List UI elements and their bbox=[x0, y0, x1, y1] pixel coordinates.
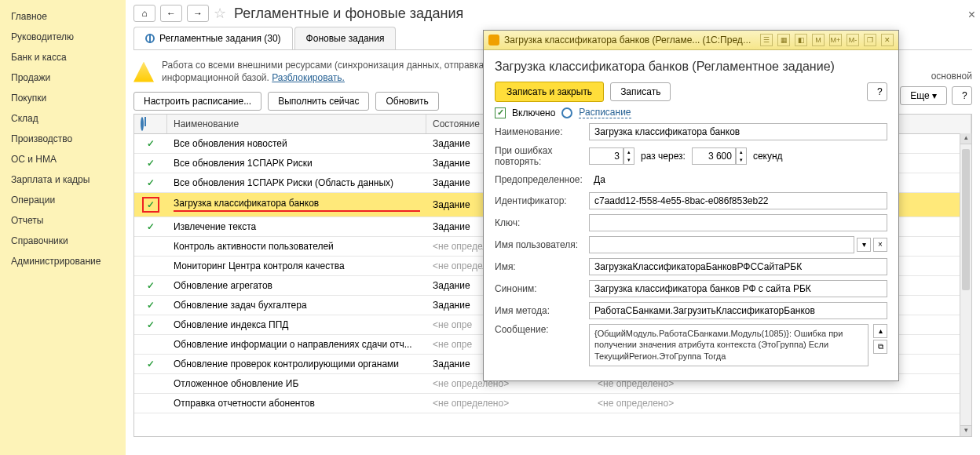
retry-label: При ошибках повторять: bbox=[495, 145, 589, 167]
key-field[interactable] bbox=[589, 214, 887, 231]
scroll-thumb[interactable] bbox=[962, 149, 970, 290]
row-name: Обновление проверок контролирующими орга… bbox=[167, 355, 426, 373]
table-row[interactable]: Отправка отчетности абонентов<не определ… bbox=[134, 394, 971, 413]
user-clear-icon[interactable]: × bbox=[873, 238, 887, 252]
row-name: Отложенное обновление ИБ bbox=[167, 374, 426, 393]
clock-icon bbox=[561, 107, 572, 118]
name-field[interactable] bbox=[589, 123, 887, 140]
sidebar-item-11[interactable]: Справочники bbox=[0, 231, 126, 251]
iname-label: Имя: bbox=[495, 261, 589, 272]
row-check: ✓ bbox=[134, 276, 167, 295]
sidebar-item-9[interactable]: Операции bbox=[0, 190, 126, 210]
osnov-label: основной bbox=[931, 71, 972, 82]
col-name[interactable]: Наименование bbox=[167, 115, 426, 133]
dialog-titlebar[interactable]: Загрузка классификатора банков (Регламе.… bbox=[484, 31, 898, 50]
row-check: ✓ bbox=[134, 217, 167, 236]
retry-count-spinner[interactable]: ▴▾ bbox=[623, 147, 634, 165]
tb-icon-1[interactable]: ☰ bbox=[760, 34, 773, 46]
predef-label: Предопределенное: bbox=[495, 174, 589, 185]
schedule-link[interactable]: Расписание bbox=[579, 107, 631, 118]
sidebar-item-12[interactable]: Администрирование bbox=[0, 251, 126, 271]
row-check bbox=[134, 340, 167, 348]
more-button[interactable]: Еще ▾ bbox=[900, 86, 947, 105]
scroll-down-icon[interactable]: ▾ bbox=[960, 425, 971, 436]
sidebar-item-4[interactable]: Покупки bbox=[0, 88, 126, 108]
retry-mid-label: раз через: bbox=[634, 151, 692, 162]
home-button[interactable]: ⌂ bbox=[133, 5, 155, 22]
retry-sec-field[interactable] bbox=[692, 147, 736, 165]
sidebar-item-8[interactable]: Зарплата и кадры bbox=[0, 169, 126, 190]
sidebar-item-7[interactable]: ОС и НМА bbox=[0, 149, 126, 169]
tab-scheduled[interactable]: Регламентные задания (30) bbox=[133, 27, 293, 49]
method-label: Имя метода: bbox=[495, 305, 589, 316]
sidebar-item-10[interactable]: Отчеты bbox=[0, 210, 126, 231]
iname-field[interactable] bbox=[589, 258, 887, 275]
sidebar-item-6[interactable]: Производство bbox=[0, 129, 126, 149]
row-check: ✓ bbox=[134, 134, 167, 153]
row-name: Обновление задач бухгалтера bbox=[167, 296, 426, 315]
syn-field[interactable] bbox=[589, 280, 887, 297]
tb-icon-3[interactable]: ◧ bbox=[795, 34, 807, 46]
refresh-button[interactable]: Обновить bbox=[375, 92, 438, 111]
col-globe[interactable] bbox=[134, 115, 167, 133]
tb-m[interactable]: M bbox=[812, 34, 825, 46]
method-field[interactable] bbox=[589, 302, 887, 319]
back-button[interactable]: ← bbox=[160, 5, 182, 22]
user-field[interactable] bbox=[589, 236, 854, 253]
user-label: Имя пользователя: bbox=[495, 239, 589, 250]
tb-mminus[interactable]: M- bbox=[847, 34, 859, 46]
retry-sec-spinner[interactable]: ▴▾ bbox=[736, 147, 747, 165]
help-button[interactable]: ? bbox=[952, 86, 972, 105]
dialog-title: Загрузка классификатора банков (Регламе.… bbox=[504, 35, 755, 46]
user-dropdown-icon[interactable]: ▾ bbox=[857, 238, 871, 252]
id-field[interactable] bbox=[589, 192, 887, 209]
globe-icon bbox=[145, 34, 155, 43]
sidebar-item-0[interactable]: Главное bbox=[0, 6, 126, 27]
save-button[interactable]: Записать bbox=[610, 82, 671, 101]
syn-label: Синоним: bbox=[495, 283, 589, 294]
favorite-icon[interactable]: ☆ bbox=[214, 5, 226, 22]
key-label: Ключ: bbox=[495, 217, 589, 228]
run-now-button[interactable]: Выполнить сейчас bbox=[268, 92, 369, 111]
dialog-heading: Загрузка классификатора банков (Регламен… bbox=[495, 60, 887, 74]
row-name: Контроль активности пользователей bbox=[167, 237, 426, 256]
retry-count-field[interactable] bbox=[589, 147, 623, 165]
close-icon[interactable]: × bbox=[968, 8, 975, 22]
row-name: Все обновления новостей bbox=[167, 134, 426, 153]
topbar: ⌂ ← → ☆ Регламентные и фоновые задания bbox=[126, 0, 980, 27]
warning-text: Работа со всеми внешними ресурсами (синх… bbox=[162, 60, 484, 84]
row-check: ✓ bbox=[134, 355, 167, 373]
msg-up-icon[interactable]: ▴ bbox=[873, 324, 887, 338]
row-extra: <не определено> bbox=[591, 394, 971, 413]
task-dialog: Загрузка классификатора банков (Регламе.… bbox=[483, 30, 899, 381]
sidebar-item-5[interactable]: Склад bbox=[0, 108, 126, 129]
row-check bbox=[134, 262, 167, 270]
msg-expand-icon[interactable]: ⧉ bbox=[873, 340, 887, 354]
tab-scheduled-label: Регламентные задания (30) bbox=[159, 33, 281, 44]
warning-line2: информационной базой. bbox=[162, 72, 272, 83]
sidebar-item-1[interactable]: Руководителю bbox=[0, 27, 126, 47]
row-name: Обновление агрегатов bbox=[167, 276, 426, 295]
dialog-help-button[interactable]: ? bbox=[867, 82, 887, 101]
tb-window-icon[interactable]: ❐ bbox=[864, 34, 876, 46]
msg-field[interactable]: {ОбщийМодуль.РаботаСБанками.Модуль(1085)… bbox=[589, 324, 868, 366]
schedule-button[interactable]: Настроить расписание... bbox=[133, 92, 261, 111]
row-name: Обновление индекса ППД bbox=[167, 315, 426, 334]
sidebar: ГлавноеРуководителюБанк и кассаПродажиПо… bbox=[0, 0, 126, 455]
globe-icon bbox=[141, 117, 144, 131]
enabled-checkbox[interactable]: ✓ bbox=[495, 107, 506, 118]
tb-icon-2[interactable]: ▦ bbox=[777, 34, 790, 46]
dialog-close-icon[interactable]: ✕ bbox=[881, 34, 894, 46]
row-name: Отправка отчетности абонентов bbox=[167, 394, 426, 413]
save-close-button[interactable]: Записать и закрыть bbox=[495, 82, 604, 102]
unlock-link[interactable]: Разблокировать. bbox=[272, 72, 345, 83]
scroll-up-icon[interactable]: ▴ bbox=[960, 133, 971, 144]
sidebar-item-2[interactable]: Банк и касса bbox=[0, 47, 126, 67]
forward-button[interactable]: → bbox=[187, 5, 209, 22]
scrollbar[interactable]: ▴ ▾ bbox=[960, 133, 971, 436]
sidebar-item-3[interactable]: Продажи bbox=[0, 67, 126, 88]
tb-mplus[interactable]: M+ bbox=[829, 34, 842, 46]
dialog-body: Загрузка классификатора банков (Регламен… bbox=[484, 50, 898, 380]
tab-background[interactable]: Фоновые задания bbox=[294, 27, 397, 49]
row-name: Все обновления 1СПАРК Риски bbox=[167, 154, 426, 173]
